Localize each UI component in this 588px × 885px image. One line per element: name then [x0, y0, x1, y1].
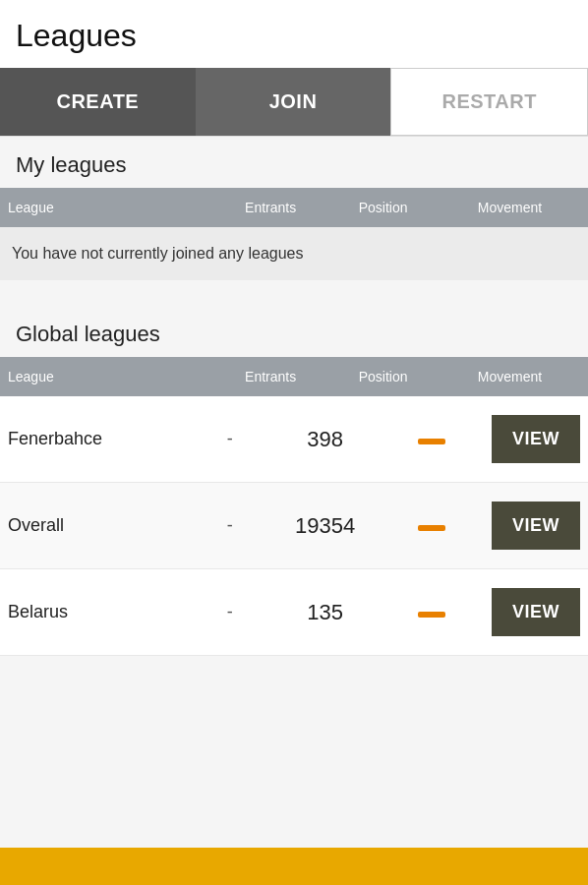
league-name: Fenerbahce [8, 429, 182, 449]
my-header-position: Position [326, 200, 439, 215]
table-row: Overall - 19354 VIEW [0, 483, 588, 569]
league-entrants: - [182, 515, 277, 536]
table-row: Belarus - 135 VIEW [0, 569, 588, 656]
table-row: Fenerbahce - 398 VIEW [0, 396, 588, 483]
bottom-bar [0, 848, 588, 885]
tab-create[interactable]: CREATE [0, 68, 196, 136]
league-name: Belarus [8, 602, 182, 622]
my-leagues-title: My leagues [0, 137, 588, 188]
my-leagues-section: My leagues League Entrants Position Move… [0, 137, 588, 280]
global-header-movement: Movement [440, 369, 580, 384]
view-button[interactable]: VIEW [492, 588, 580, 636]
league-entrants: - [182, 602, 277, 622]
league-position: 19354 [277, 513, 373, 539]
view-button[interactable]: VIEW [492, 502, 580, 550]
global-header-position: Position [326, 369, 439, 384]
league-name: Overall [8, 515, 182, 536]
page-title: Leagues [0, 0, 588, 68]
movement-dash-icon [418, 439, 445, 444]
my-leagues-header: League Entrants Position Movement [0, 188, 588, 227]
league-position: 135 [277, 600, 373, 625]
tab-restart[interactable]: RESTART [390, 68, 588, 136]
my-header-league: League [8, 200, 214, 215]
tab-join[interactable]: JOIN [196, 68, 391, 136]
global-header-entrants: Entrants [214, 369, 326, 384]
my-header-movement: Movement [440, 200, 580, 215]
movement-dash-icon [418, 525, 445, 531]
league-movement [373, 517, 492, 535]
league-movement [373, 604, 492, 621]
league-movement [373, 431, 492, 448]
global-leagues-section: Global leagues League Entrants Position … [0, 306, 588, 656]
global-leagues-title: Global leagues [0, 306, 588, 357]
my-leagues-empty: You have not currently joined any league… [0, 227, 588, 280]
movement-dash-icon [418, 612, 445, 618]
my-header-entrants: Entrants [214, 200, 326, 215]
view-button[interactable]: VIEW [492, 415, 580, 463]
league-position: 398 [277, 427, 373, 452]
tab-bar: CREATE JOIN RESTART [0, 68, 588, 137]
global-rows-container: Fenerbahce - 398 VIEW Overall - 19354 VI… [0, 396, 588, 656]
league-entrants: - [182, 429, 277, 449]
global-header-league: League [8, 369, 214, 384]
global-leagues-header: League Entrants Position Movement [0, 357, 588, 396]
